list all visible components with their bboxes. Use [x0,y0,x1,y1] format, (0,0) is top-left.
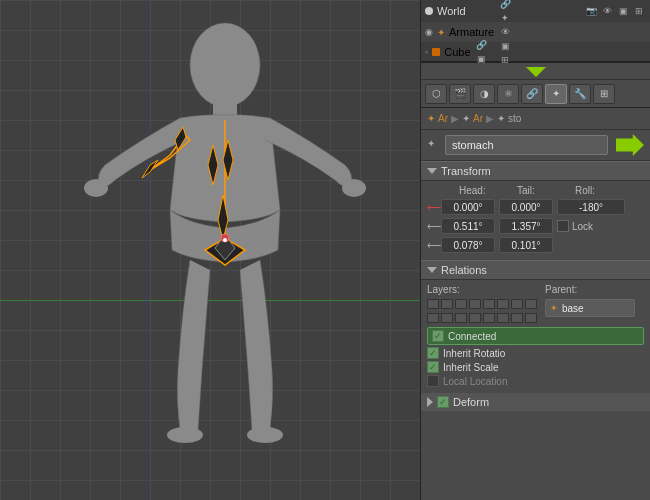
relations-section-header[interactable]: Relations [421,260,650,280]
local-location-checkbox[interactable]: ✓ [427,375,439,387]
layer-8[interactable] [525,299,537,309]
world-row[interactable]: World 📷 👁 ▣ ⊞ [421,0,650,22]
cube-row[interactable]: ◦ Cube 🔗 ▣ [421,42,650,62]
link-icon[interactable]: 🔗 [498,0,512,11]
head-z-field[interactable]: 0.078° [441,237,495,253]
y-arrow-icon: ⟵ [427,221,437,232]
transform-section-header[interactable]: Transform [421,161,650,181]
display-icon[interactable]: ⊞ [632,4,646,18]
armature-icon: ✦ [437,27,445,38]
down-arrow-indicator [526,67,546,77]
connected-checkbox[interactable]: ✓ [432,330,444,342]
mesh-btn[interactable]: ⬡ [425,84,447,104]
layer-11[interactable] [455,313,467,323]
layer-7[interactable] [511,299,523,309]
parent-field[interactable]: ✦ base [545,299,635,317]
expand-icon: ◉ [425,27,433,37]
tail-x-field[interactable]: 0.000° [499,199,553,215]
local-location-label: Local Location [443,376,508,387]
head-y-field[interactable]: 0.511° [441,218,495,234]
transform-section: Head: Tail: Roll: ⟵ 0.000° 0.000° -180° … [421,181,650,260]
green-arrow [616,134,644,156]
x-axis-label: ⟵ [427,202,437,213]
breadcrumb-item4[interactable]: ✦ [497,113,505,124]
z-arrow-icon: ⟵ [427,240,437,251]
layer-15[interactable] [511,313,523,323]
tail-y-field[interactable]: 1.357° [499,218,553,234]
modifiers-btn[interactable]: 🔧 [569,84,591,104]
world-label: World [437,5,466,17]
armature-eye-icon[interactable]: 👁 [498,25,512,39]
inherit-rotation-label: Inherit Rotatio [443,348,505,359]
head-x-field[interactable]: 0.000° [441,199,495,215]
scene-header: World 📷 👁 ▣ ⊞ ◉ ✦ Armature 🔗 ✦ 👁 ▣ ⊞ ◦ [421,0,650,63]
cube-expand-icon: ◦ [425,47,428,57]
inherit-scale-checkbox[interactable]: ✓ [427,361,439,373]
armature-row[interactable]: ◉ ✦ Armature 🔗 ✦ 👁 ▣ ⊞ [421,22,650,42]
parent-value: base [562,303,584,314]
inherit-rotation-checkbox[interactable]: ✓ [427,347,439,359]
world-icon [425,7,433,15]
deform-label: Deform [453,396,489,408]
panel-content: Transform Head: Tail: Roll: ⟵ 0.000° 0.0… [421,161,650,500]
render-icon[interactable]: ▣ [616,4,630,18]
deform-section-header[interactable]: ✓ Deform [421,393,650,411]
extra-btn[interactable]: ⊞ [593,84,615,104]
inherit-scale-row: ✓ Inherit Scale [427,361,644,373]
material-btn[interactable]: ◑ [473,84,495,104]
layer-2[interactable] [441,299,453,309]
viewport[interactable] [0,0,420,500]
transform-label: Transform [441,165,491,177]
tail-z-field[interactable]: 0.101° [499,237,553,253]
arrow-indicator [616,134,644,156]
physics-btn[interactable]: ⚛ [497,84,519,104]
layer-3[interactable] [455,299,467,309]
cube-label: Cube [444,46,470,58]
x-field-row: ⟵ 0.000° 0.000° -180° [427,199,644,215]
layer-14[interactable] [497,313,509,323]
header-icons: 📷 👁 ▣ ⊞ [584,4,646,18]
lock-checkbox[interactable] [557,220,569,232]
layer-13[interactable] [483,313,495,323]
layer-1[interactable] [427,299,439,309]
roll-field[interactable]: -180° [557,199,625,215]
roll-label: Roll: [575,185,603,196]
layer-5[interactable] [483,299,495,309]
bone-icon: ✦ [427,138,441,152]
bone-name-row: ✦ [421,130,650,161]
armature-label: Armature [449,26,494,38]
camera-icon[interactable]: 📷 [584,4,598,18]
inherit-scale-label: Inherit Scale [443,362,499,373]
armature-vis-icon[interactable]: ✦ [498,11,512,25]
lock-label: Lock [572,221,593,232]
svg-point-3 [342,179,366,197]
breadcrumb-item5[interactable]: sto [508,113,521,124]
icon-strip: ⬡ 🎬 ◑ ⚛ 🔗 ✦ 🔧 ⊞ [421,80,650,108]
constraint-btn[interactable]: 🔗 [521,84,543,104]
bone-name-input[interactable] [445,135,608,155]
local-location-row: ✓ Local Location [427,375,644,387]
cube-link-icon[interactable]: 🔗 [475,38,489,52]
relations-label: Relations [441,264,487,276]
breadcrumb-item3[interactable]: Ar [473,113,483,124]
armature-render-icon[interactable]: ▣ [498,39,512,53]
layer-12[interactable] [469,313,481,323]
layer-9[interactable] [427,313,439,323]
object-btn[interactable]: ✦ [545,84,567,104]
parent-bone-icon: ✦ [550,303,558,313]
connected-row: ✓ Connected [427,327,644,345]
layers-grid-2 [427,313,537,323]
eye-icon[interactable]: 👁 [600,4,614,18]
htr-labels: Head: Tail: Roll: [427,185,644,196]
y-field-row: ⟵ 0.511° 1.357° Lock [427,218,644,234]
breadcrumb-item1[interactable]: Ar [438,113,448,124]
layer-4[interactable] [469,299,481,309]
deform-checkbox[interactable]: ✓ [437,396,449,408]
svg-point-16 [223,238,227,242]
breadcrumb-item2[interactable]: ✦ [462,113,470,124]
scene-btn[interactable]: 🎬 [449,84,471,104]
layer-10[interactable] [441,313,453,323]
layer-16[interactable] [525,313,537,323]
layer-6[interactable] [497,299,509,309]
svg-point-2 [84,179,108,197]
